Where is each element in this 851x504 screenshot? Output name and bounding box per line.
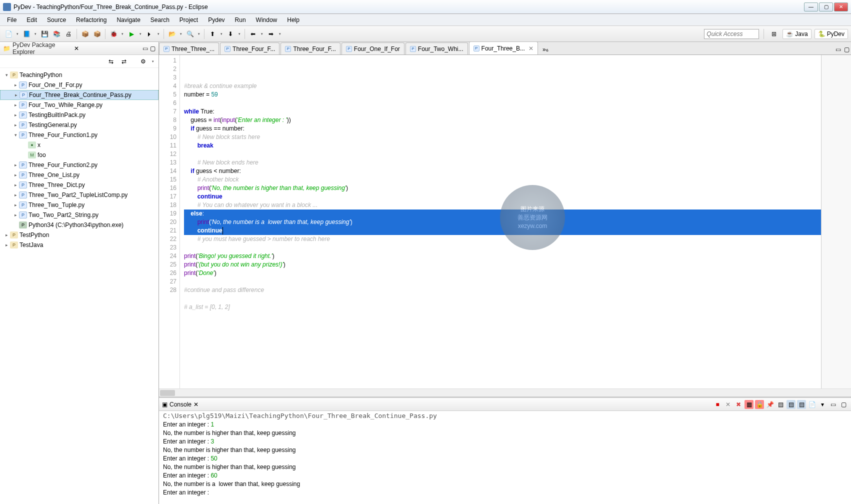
menu-pydev[interactable]: Pydev (203, 15, 230, 25)
open-type-button[interactable]: 📂 (166, 28, 178, 40)
pydev-icon: 📁 (3, 45, 10, 52)
filter-button[interactable]: ⚙ (138, 56, 148, 67)
editor-tab[interactable]: PFour_Three_B...✕ (469, 42, 538, 54)
minimize-button[interactable]: — (804, 2, 818, 12)
menu-file[interactable]: File (2, 15, 22, 25)
package-tree[interactable]: ▾PTeachingPython▸PFour_One_If_For.py▸PFo… (0, 68, 158, 504)
min-button[interactable]: ▭ (828, 400, 838, 409)
editor-tab[interactable]: PThree_Three_... (159, 42, 219, 54)
menu-source[interactable]: Source (42, 15, 71, 25)
tree-node[interactable]: ▸PTestPython (0, 230, 158, 240)
save-button[interactable]: 💾 (39, 28, 50, 40)
tree-node[interactable]: ▸PThree_One_List.py (0, 170, 158, 180)
pin-console-button[interactable]: 📌 (766, 400, 774, 409)
tree-node[interactable]: ▸PThree_Two_Tuple.py (0, 200, 158, 210)
max-button[interactable]: ▢ (839, 400, 848, 409)
menu-search[interactable]: Search (146, 15, 174, 25)
new-dropdown[interactable]: ▾ (15, 28, 20, 40)
code-content[interactable]: #break & continue examplenumber = 59whil… (180, 55, 821, 388)
quick-access-input[interactable] (704, 29, 759, 39)
back-button[interactable]: ⬅ (248, 28, 258, 40)
terminate-button[interactable]: ■ (713, 400, 722, 409)
package-explorer-panel: 📁 PyDev Package Explorer ✕ ▭ ▢ ⇆ ⇄ ⚙ ▾ ▾… (0, 42, 159, 504)
new-module-button[interactable]: 📘 (21, 28, 32, 40)
tree-node[interactable]: ▸PTestingGeneral.py (0, 120, 158, 130)
tree-node[interactable]: ●x (0, 140, 158, 150)
maximize-button[interactable]: ▢ (819, 2, 833, 12)
show-list-button[interactable]: »₆ (541, 44, 550, 54)
window-titlebar: PyDev - TeachingPython/Four_Three_Break_… (0, 0, 851, 14)
overview-ruler[interactable] (821, 55, 851, 388)
tree-node[interactable]: ▸PTestingBuiltInPack.py (0, 110, 158, 120)
clear-console-button[interactable]: ▦ (744, 400, 754, 409)
editor-max-icon[interactable]: ▢ (844, 46, 850, 53)
console-icon: ▣ (162, 401, 168, 408)
scroll-lock-button[interactable]: 🔒 (755, 400, 764, 409)
open-perspective-button[interactable]: ⊞ (768, 28, 780, 40)
panel-maximize-icon[interactable]: ▢ (150, 45, 156, 52)
code-editor[interactable]: 1234567891011121314151617181920212223242… (159, 55, 851, 388)
editor-tabs: PThree_Three_...PThree_Four_F...PThree_F… (159, 42, 851, 55)
run-last-button[interactable]: ⏵ (144, 28, 155, 40)
perspective-java[interactable]: ☕Java (782, 29, 811, 39)
display-selected-button[interactable]: ▤ (776, 400, 785, 409)
menu-help[interactable]: Help (282, 15, 304, 25)
forward-button[interactable]: ➡ (266, 28, 276, 40)
app-icon (3, 3, 11, 11)
tree-node[interactable]: ▾PTeachingPython (0, 70, 158, 80)
perspective-pydev[interactable]: 🐍PyDev (814, 29, 848, 39)
menu-edit[interactable]: Edit (22, 15, 42, 25)
tree-node[interactable]: PPython34 (C:\Python34\python.exe) (0, 220, 158, 230)
tree-node[interactable]: ▸PThree_Four_Function2.py (0, 160, 158, 170)
tree-node[interactable]: ▸PFour_One_If_For.py (0, 80, 158, 90)
prev-annotation-button[interactable]: ⬆ (207, 28, 218, 40)
menu-window[interactable]: Window (251, 15, 282, 25)
menu-refactoring[interactable]: Refactoring (71, 15, 112, 25)
print-button[interactable]: 🖨 (63, 28, 74, 40)
search-button[interactable]: 🔍 (184, 28, 196, 40)
line-gutter: 1234567891011121314151617181920212223242… (159, 55, 180, 388)
horizontal-scrollbar[interactable] (159, 388, 851, 396)
new-button[interactable]: 📄 (3, 28, 14, 40)
view-menu-dropdown[interactable]: ▾ (150, 56, 156, 67)
new-console-button[interactable]: 📄 (808, 400, 816, 409)
tree-node[interactable]: ▾PThree_Four_Function1.py (0, 130, 158, 140)
tree-node[interactable]: ▸PThree_Two_Part2_TupleListComp.py (0, 190, 158, 200)
panel-minimize-icon[interactable]: ▭ (142, 45, 148, 52)
window-title: PyDev - TeachingPython/Four_Three_Break_… (14, 4, 804, 10)
menubar: FileEditSourceRefactoringNavigateSearchP… (0, 14, 851, 26)
save-all-button[interactable]: 📚 (51, 28, 62, 40)
new-project-button[interactable]: 📦 (80, 28, 90, 40)
panel-close-icon[interactable]: ✕ (74, 45, 79, 52)
editor-tab[interactable]: PFour_One_If_For (342, 42, 404, 54)
show-console-button[interactable]: ▤ (786, 400, 796, 409)
remove-launch-button[interactable]: ✕ (724, 400, 732, 409)
editor-tab[interactable]: PThree_Four_F... (220, 42, 280, 54)
next-annotation-button[interactable]: ⬇ (225, 28, 236, 40)
panel-title: PyDev Package Explorer (12, 42, 72, 56)
close-button[interactable]: ✕ (834, 2, 848, 12)
editor-tab[interactable]: PFour_Two_Whi... (406, 42, 468, 54)
tree-node[interactable]: ▸PFour_Three_Break_Continue_Pass.py (0, 90, 158, 100)
link-editor-button[interactable]: ⇄ (118, 56, 130, 67)
new-package-button[interactable]: 📦 (92, 28, 102, 40)
remove-all-button[interactable]: ✖ (734, 400, 743, 409)
console-dropdown[interactable]: ▾ (818, 400, 827, 409)
main-toolbar: 📄▾ 📘▾ 💾 📚 🖨 📦 📦 🐞▾ ▶▾ ⏵▾ 📂▾ 🔍▾ ⬆▾ ⬇▾ ⬅▾ … (0, 26, 851, 42)
open-console-button[interactable]: ▤ (797, 400, 806, 409)
run-button[interactable]: ▶ (126, 28, 137, 40)
tree-node[interactable]: ▸PTestJava (0, 240, 158, 250)
editor-tab[interactable]: PThree_Four_F... (280, 42, 340, 54)
collapse-all-button[interactable]: ⇆ (106, 56, 116, 67)
menu-project[interactable]: Project (174, 15, 203, 25)
tree-node[interactable]: ▸PThree_Three_Dict.py (0, 180, 158, 190)
debug-button[interactable]: 🐞 (108, 28, 119, 40)
tree-node[interactable]: Mfoo (0, 150, 158, 160)
tree-node[interactable]: ▸PFour_Two_While_Range.py (0, 100, 158, 110)
console-close-icon[interactable]: ✕ (194, 401, 198, 408)
menu-navigate[interactable]: Navigate (112, 15, 145, 25)
tree-node[interactable]: ▸PTwo_Two_Part2_String.py (0, 210, 158, 220)
console-output[interactable]: Enter an integer : 1No, the number is hi… (159, 420, 851, 497)
menu-run[interactable]: Run (230, 15, 251, 25)
editor-min-icon[interactable]: ▭ (836, 46, 841, 53)
